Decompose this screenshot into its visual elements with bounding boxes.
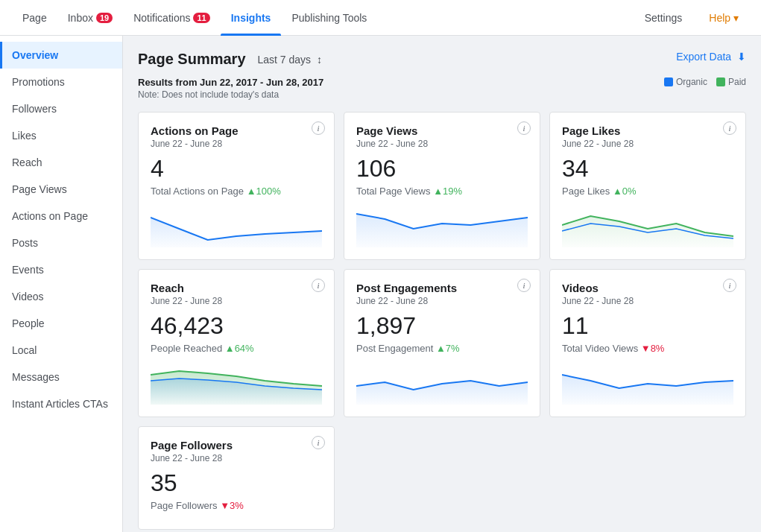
card-value-reach: 46,423 [151, 312, 322, 340]
cards-grid-row2: i Reach June 22 - June 28 46,423 People … [138, 269, 746, 417]
cards-grid-row1: i Actions on Page June 22 - June 28 4 To… [138, 112, 746, 260]
nav-insights[interactable]: Insights [221, 0, 282, 36]
nav-inbox[interactable]: Inbox 19 [57, 0, 124, 36]
card-value-actions: 4 [151, 155, 322, 183]
card-title-videos: Videos [562, 282, 733, 294]
card-page-views: i Page Views June 22 - June 28 106 Total… [344, 112, 540, 260]
sidebar-item-actions-on-page[interactable]: Actions on Page [0, 203, 122, 229]
chart-legend: Organic Paid [664, 77, 746, 87]
legend-organic: Organic [664, 77, 707, 87]
card-title-page-followers: Page Followers [151, 439, 322, 452]
sidebar-item-reach[interactable]: Reach [0, 149, 122, 176]
sidebar-item-local[interactable]: Local [0, 337, 122, 364]
chart-page-likes [562, 203, 733, 247]
export-data-button[interactable]: Export Data ⬇ [676, 51, 746, 63]
notifications-badge: 11 [193, 13, 209, 23]
date-range-note: Note: Does not include today's data [138, 89, 323, 100]
info-icon-page-views[interactable]: i [517, 121, 531, 135]
main-layout: Overview Promotions Followers Likes Reac… [0, 36, 761, 532]
card-period-post-engagements: June 22 - June 28 [356, 296, 528, 306]
card-subtitle-actions: Total Actions on Page ▲100% [151, 186, 322, 197]
card-value-videos: 11 [562, 312, 733, 340]
info-icon-page-followers[interactable]: i [312, 436, 325, 449]
info-icon-page-likes[interactable]: i [723, 121, 736, 135]
sidebar-item-followers[interactable]: Followers [0, 95, 122, 122]
card-actions-on-page: i Actions on Page June 22 - June 28 4 To… [138, 112, 335, 260]
info-icon-post-engagements[interactable]: i [517, 279, 531, 292]
sidebar: Overview Promotions Followers Likes Reac… [0, 36, 123, 532]
page-summary-title: Page Summary [138, 51, 246, 68]
export-icon: ⬇ [737, 51, 746, 63]
date-info-row: Results from Jun 22, 2017 - Jun 28, 2017… [138, 77, 746, 100]
card-period-videos: June 22 - June 28 [562, 296, 733, 306]
card-value-page-views: 106 [356, 155, 528, 183]
inbox-badge: 19 [96, 13, 113, 23]
card-subtitle-page-likes: Page Likes ▲0% [562, 186, 733, 197]
card-title-actions: Actions on Page [151, 124, 322, 137]
card-subtitle-page-views: Total Page Views ▲19% [356, 186, 528, 197]
card-title-reach: Reach [151, 282, 322, 294]
card-page-likes: i Page Likes June 22 - June 28 34 Page L… [549, 112, 746, 260]
sidebar-item-page-views[interactable]: Page Views [0, 176, 122, 203]
sidebar-item-videos[interactable]: Videos [0, 283, 122, 310]
sidebar-item-messages[interactable]: Messages [0, 364, 122, 390]
card-period-reach: June 22 - June 28 [151, 296, 322, 306]
chart-reach [151, 360, 322, 405]
sidebar-item-people[interactable]: People [0, 310, 122, 337]
legend-paid: Paid [716, 77, 746, 87]
trend-actions: ▲100% [247, 186, 281, 197]
sidebar-item-likes[interactable]: Likes [0, 122, 122, 149]
card-post-engagements: i Post Engagements June 22 - June 28 1,8… [344, 269, 540, 417]
info-icon-actions[interactable]: i [312, 121, 325, 135]
card-value-page-likes: 34 [562, 155, 733, 183]
card-period-page-likes: June 22 - June 28 [562, 139, 733, 149]
nav-publishing-tools[interactable]: Publishing Tools [281, 0, 377, 36]
nav-settings[interactable]: Settings [634, 0, 693, 36]
organic-label: Organic [676, 77, 707, 87]
period-arrow-icon: ↕ [317, 54, 322, 66]
card-title-page-views: Page Views [356, 124, 528, 137]
summary-header-left: Page Summary Last 7 days ↕ [138, 51, 322, 68]
card-period-page-followers: June 22 - June 28 [151, 453, 322, 463]
card-period-page-views: June 22 - June 28 [356, 139, 528, 149]
nav-help[interactable]: Help ▾ [698, 0, 749, 36]
info-icon-videos[interactable]: i [723, 279, 736, 292]
sidebar-item-instant-articles[interactable]: Instant Articles CTAs [0, 390, 122, 417]
trend-page-followers: ▼3% [220, 500, 244, 511]
card-title-page-likes: Page Likes [562, 124, 733, 137]
paid-color-dot [716, 77, 725, 86]
paid-label: Paid [728, 77, 746, 87]
chart-page-views [356, 203, 528, 247]
date-range-text: Results from Jun 22, 2017 - Jun 28, 2017 [138, 77, 323, 88]
summary-header-row: Page Summary Last 7 days ↕ Export Data ⬇ [138, 51, 746, 68]
sidebar-item-events[interactable]: Events [0, 256, 122, 283]
sidebar-item-overview[interactable]: Overview [0, 42, 122, 69]
trend-post-engagements: ▲7% [436, 343, 460, 354]
main-content: Page Summary Last 7 days ↕ Export Data ⬇… [123, 36, 761, 532]
card-subtitle-post-engagements: Post Engagement ▲7% [356, 343, 528, 354]
chart-actions-on-page [151, 203, 322, 247]
card-subtitle-page-followers: Page Followers ▼3% [151, 500, 322, 511]
chart-videos [562, 360, 733, 405]
card-subtitle-reach: People Reached ▲64% [151, 343, 322, 354]
card-period-actions: June 22 - June 28 [151, 139, 322, 149]
nav-notifications[interactable]: Notifications 11 [123, 0, 221, 36]
card-value-post-engagements: 1,897 [356, 312, 528, 340]
top-navigation: Page Inbox 19 Notifications 11 Insights … [0, 0, 761, 36]
card-title-post-engagements: Post Engagements [356, 282, 528, 294]
date-range-info: Results from Jun 22, 2017 - Jun 28, 2017… [138, 77, 323, 100]
trend-videos: ▼8% [641, 343, 665, 354]
card-videos: i Videos June 22 - June 28 11 Total Vide… [549, 269, 746, 417]
info-icon-reach[interactable]: i [312, 279, 325, 292]
cards-grid-row3: i Page Followers June 22 - June 28 35 Pa… [138, 426, 746, 530]
summary-period-selector[interactable]: Last 7 days ↕ [258, 54, 323, 66]
card-subtitle-videos: Total Video Views ▼8% [562, 343, 733, 354]
card-reach: i Reach June 22 - June 28 46,423 People … [138, 269, 335, 417]
sidebar-item-promotions[interactable]: Promotions [0, 69, 122, 95]
trend-page-likes: ▲0% [613, 186, 637, 197]
card-page-followers: i Page Followers June 22 - June 28 35 Pa… [138, 426, 335, 530]
nav-page[interactable]: Page [12, 0, 57, 36]
organic-color-dot [664, 77, 673, 86]
chart-post-engagements [356, 360, 528, 405]
sidebar-item-posts[interactable]: Posts [0, 229, 122, 256]
